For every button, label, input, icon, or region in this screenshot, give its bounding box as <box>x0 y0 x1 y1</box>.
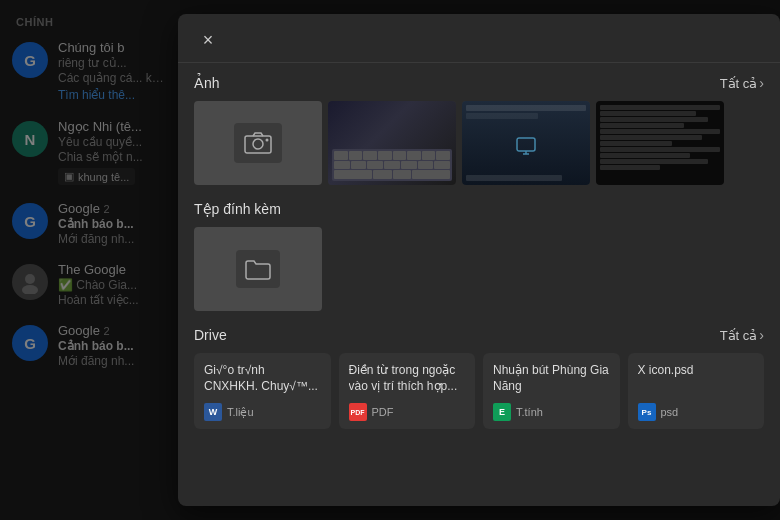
chevron-right-icon: › <box>759 327 764 343</box>
attach-row <box>194 227 764 311</box>
sheets-icon: E <box>493 403 511 421</box>
key <box>378 151 392 160</box>
photos-section-title: Ảnh <box>194 75 220 91</box>
screenshot-terminal-content <box>596 101 724 185</box>
keyboard-simulation <box>332 149 452 181</box>
see-all-label: Tất cả <box>720 328 758 343</box>
monitor-icon <box>515 136 537 158</box>
photo-thumb-main[interactable] <box>194 101 322 185</box>
key <box>422 151 436 160</box>
modal-header: × <box>178 14 780 63</box>
photo-thumb-keyboard[interactable] <box>328 101 456 185</box>
key-row-1 <box>334 151 450 160</box>
photo-thumb-terminal[interactable] <box>596 101 724 185</box>
drive-item-footer: PDF PDF <box>349 403 466 421</box>
key <box>373 170 392 179</box>
pdf-icon: PDF <box>349 403 367 421</box>
screen-bar <box>466 105 586 111</box>
key <box>393 151 407 160</box>
key <box>418 161 434 170</box>
key <box>351 161 367 170</box>
key <box>436 151 450 160</box>
term-line <box>600 153 690 158</box>
drive-item-type: T.liệu <box>227 406 254 419</box>
modal-body: Ảnh Tất cả › <box>178 63 780 457</box>
folder-icon-container <box>236 250 280 288</box>
camera-icon-container <box>234 123 282 163</box>
term-line <box>600 135 702 140</box>
photos-section: Ảnh Tất cả › <box>194 75 764 185</box>
drive-item-footer: E T.tính <box>493 403 610 421</box>
drive-item-title: X icon.psd <box>638 363 755 395</box>
drive-section-title: Drive <box>194 327 227 343</box>
folder-icon <box>244 257 272 281</box>
key-row-2 <box>334 161 450 170</box>
screen-bar <box>466 175 562 181</box>
drive-item-1[interactable]: Điền từ trong ngoặc vào vị trí thích hợp… <box>339 353 476 429</box>
term-line <box>600 129 720 134</box>
key-row-3 <box>334 170 450 179</box>
chevron-right-icon: › <box>759 75 764 91</box>
screenshot-keyboard-content <box>328 101 456 185</box>
key-space <box>334 170 372 179</box>
drive-item-footer: W T.liệu <box>204 403 321 421</box>
term-line <box>600 141 672 146</box>
term-line <box>600 159 708 164</box>
drive-see-all-button[interactable]: Tất cả › <box>720 327 764 343</box>
see-all-label: Tất cả <box>720 76 758 91</box>
drive-section-header: Drive Tất cả › <box>194 327 764 343</box>
term-line <box>600 147 720 152</box>
drive-item-type: T.tính <box>516 406 543 418</box>
drive-item-type: PDF <box>372 406 394 418</box>
photos-section-header: Ảnh Tất cả › <box>194 75 764 91</box>
camera-icon <box>244 131 272 155</box>
drive-item-type: psd <box>661 406 679 418</box>
attachments-section: Tệp đính kèm <box>194 201 764 311</box>
drive-item-3[interactable]: X icon.psd Ps psd <box>628 353 765 429</box>
svg-point-3 <box>253 139 263 149</box>
key-return <box>412 170 450 179</box>
drive-item-title: Nhuận bút Phùng Gia Năng <box>493 363 610 395</box>
key <box>334 161 350 170</box>
svg-point-4 <box>266 139 269 142</box>
key <box>407 151 421 160</box>
attachments-section-header: Tệp đính kèm <box>194 201 764 217</box>
photo-thumb-screen[interactable] <box>462 101 590 185</box>
screen-bar <box>466 113 538 119</box>
photos-row <box>194 101 764 185</box>
close-button[interactable]: × <box>194 26 222 54</box>
psd-icon: Ps <box>638 403 656 421</box>
attach-thumb-main[interactable] <box>194 227 322 311</box>
term-line <box>600 105 720 110</box>
svg-rect-5 <box>517 138 535 151</box>
term-line <box>600 123 684 128</box>
term-line <box>600 117 708 122</box>
key <box>363 151 377 160</box>
drive-item-title: Điền từ trong ngoặc vào vị trí thích hợp… <box>349 363 466 395</box>
screen-center <box>466 121 586 173</box>
screenshot-screen-content <box>462 101 590 185</box>
term-line <box>600 111 696 116</box>
key <box>384 161 400 170</box>
modal: × Ảnh Tất cả › <box>178 14 780 506</box>
drive-item-footer: Ps psd <box>638 403 755 421</box>
drive-row: Gi√°o tr√nh CNXHKH. Chuy√™... W T.liệu Đ… <box>194 353 764 429</box>
drive-item-title: Gi√°o tr√nh CNXHKH. Chuy√™... <box>204 363 321 395</box>
drive-item-0[interactable]: Gi√°o tr√nh CNXHKH. Chuy√™... W T.liệu <box>194 353 331 429</box>
word-icon: W <box>204 403 222 421</box>
key <box>393 170 412 179</box>
key <box>434 161 450 170</box>
key <box>367 161 383 170</box>
key <box>401 161 417 170</box>
key <box>349 151 363 160</box>
attachments-section-title: Tệp đính kèm <box>194 201 281 217</box>
screen-ui <box>462 101 590 185</box>
photos-see-all-button[interactable]: Tất cả › <box>720 75 764 91</box>
term-line <box>600 165 660 170</box>
drive-item-2[interactable]: Nhuận bút Phùng Gia Năng E T.tính <box>483 353 620 429</box>
key <box>334 151 348 160</box>
drive-section: Drive Tất cả › Gi√°o tr√nh CNXHKH. Chuy√… <box>194 327 764 429</box>
